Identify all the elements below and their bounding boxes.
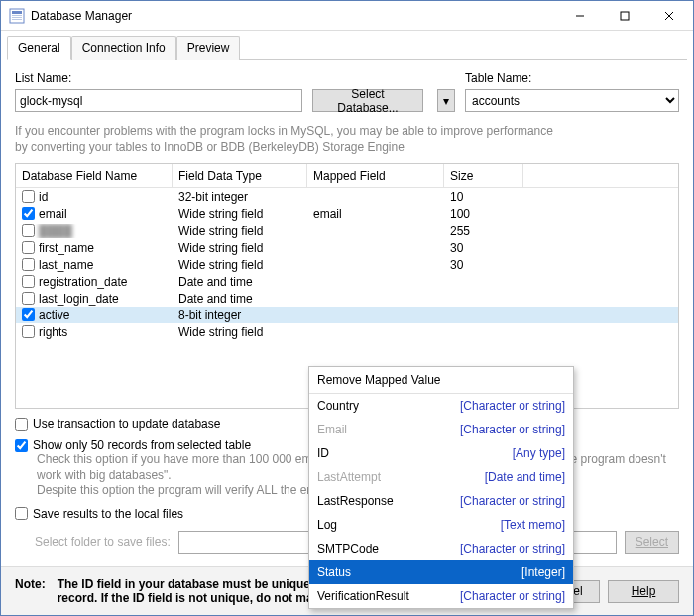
svg-rect-3 bbox=[12, 17, 22, 18]
field-size: 30 bbox=[444, 258, 523, 272]
menu-item-name: ID bbox=[317, 446, 513, 460]
field-name: last_name bbox=[39, 258, 93, 272]
table-name-select[interactable]: accounts bbox=[465, 89, 679, 112]
field-type: Wide string field bbox=[173, 207, 307, 221]
field-name: first_name bbox=[39, 241, 94, 255]
menu-item-type: [Character or string] bbox=[460, 399, 565, 413]
app-icon bbox=[9, 8, 25, 24]
table-row[interactable]: id32-bit integer10 bbox=[16, 188, 678, 205]
svg-rect-1 bbox=[12, 11, 22, 14]
svg-rect-6 bbox=[621, 12, 629, 20]
titlebar[interactable]: Database Manager bbox=[1, 1, 693, 31]
field-type: Wide string field bbox=[173, 325, 307, 339]
mapped-value-menu[interactable]: Remove Mapped Value Country[Character or… bbox=[308, 366, 574, 609]
minimize-button[interactable] bbox=[557, 1, 602, 30]
field-name: registration_date bbox=[39, 275, 127, 289]
menu-item-type: [Character or string] bbox=[460, 589, 565, 603]
save-results-checkbox[interactable] bbox=[15, 507, 28, 520]
chevron-down-icon: ▾ bbox=[443, 94, 449, 108]
maximize-button[interactable] bbox=[602, 1, 646, 30]
menu-item[interactable]: SMTPCode[Character or string] bbox=[309, 537, 573, 560]
field-name: active bbox=[39, 308, 69, 322]
table-row[interactable]: active8-bit integer bbox=[16, 307, 678, 323]
row-checkbox[interactable] bbox=[22, 207, 35, 220]
table-row[interactable]: rightsWide string field bbox=[16, 323, 678, 340]
tab-preview[interactable]: Preview bbox=[176, 36, 241, 60]
table-header: Database Field Name Field Data Type Mapp… bbox=[16, 164, 678, 188]
app-window: Database Manager General Connection Info… bbox=[0, 0, 694, 616]
row-checkbox[interactable] bbox=[22, 325, 35, 338]
field-size: 30 bbox=[444, 241, 523, 255]
table-row[interactable]: emailWide string fieldemail100 bbox=[16, 205, 678, 222]
show-only-50-label: Show only 50 records from selected table bbox=[33, 438, 251, 452]
row-checkbox[interactable] bbox=[22, 308, 35, 321]
window-title: Database Manager bbox=[31, 9, 557, 23]
show-only-50-checkbox[interactable] bbox=[15, 439, 28, 452]
menu-item-type: [Character or string] bbox=[460, 494, 565, 508]
tab-general[interactable]: General bbox=[7, 36, 71, 60]
menu-item[interactable]: Country[Character or string] bbox=[309, 394, 573, 418]
field-size: 100 bbox=[444, 207, 523, 221]
menu-item-name: Log bbox=[317, 518, 501, 532]
table-row[interactable]: last_nameWide string field30 bbox=[16, 256, 678, 273]
menu-item-type: [Character or string] bbox=[460, 542, 565, 555]
menu-item[interactable]: LastResponse[Character or string] bbox=[309, 489, 573, 513]
row-checkbox[interactable] bbox=[22, 258, 35, 271]
folder-label: Select folder to save files: bbox=[35, 535, 171, 549]
menu-item-type: [Text memo] bbox=[501, 518, 565, 532]
field-type: Wide string field bbox=[173, 241, 307, 255]
svg-rect-4 bbox=[12, 19, 22, 20]
select-database-button[interactable]: Select Database... bbox=[312, 89, 423, 112]
list-name-input[interactable] bbox=[15, 89, 302, 112]
top-form-row: List Name: Select Database... ▾ Table Na… bbox=[15, 71, 679, 112]
save-results-label: Save results to the local files bbox=[33, 507, 183, 521]
col-header-mapped[interactable]: Mapped Field bbox=[307, 164, 444, 187]
row-checkbox[interactable] bbox=[22, 224, 35, 237]
table-name-label: Table Name: bbox=[465, 71, 679, 85]
col-header-name[interactable]: Database Field Name bbox=[16, 164, 173, 187]
use-transaction-label: Use transaction to update database bbox=[33, 417, 220, 431]
row-checkbox[interactable] bbox=[22, 275, 35, 288]
menu-item-type: [Integer] bbox=[521, 565, 565, 579]
table-row[interactable]: registration_dateDate and time bbox=[16, 273, 678, 290]
close-button[interactable] bbox=[646, 1, 691, 30]
col-header-size[interactable]: Size bbox=[444, 164, 523, 187]
menu-item-name: Country bbox=[317, 399, 460, 413]
menu-item-name: VerificationResult bbox=[317, 589, 460, 603]
note-label: Note: bbox=[15, 577, 46, 605]
row-checkbox[interactable] bbox=[22, 292, 35, 305]
list-name-label: List Name: bbox=[15, 71, 304, 85]
field-type: 8-bit integer bbox=[173, 308, 307, 322]
table-row[interactable]: ████Wide string field255 bbox=[16, 222, 678, 239]
menu-item-type: [Date and time] bbox=[485, 470, 565, 484]
field-name: email bbox=[39, 207, 67, 221]
menu-item-name: LastAttempt bbox=[317, 470, 485, 484]
field-name: last_login_date bbox=[39, 292, 119, 306]
table-row[interactable]: first_nameWide string field30 bbox=[16, 239, 678, 256]
col-header-type[interactable]: Field Data Type bbox=[173, 164, 307, 187]
menu-item[interactable]: Log[Text memo] bbox=[309, 513, 573, 537]
menu-item[interactable]: VerificationResult[Character or string] bbox=[309, 584, 573, 608]
field-size: 10 bbox=[444, 190, 523, 204]
menu-item[interactable]: Status[Integer] bbox=[309, 560, 573, 584]
tab-strip: General Connection Info Preview bbox=[7, 35, 687, 60]
row-checkbox[interactable] bbox=[22, 241, 35, 254]
field-name: rights bbox=[39, 325, 67, 339]
menu-item[interactable]: ID[Any type] bbox=[309, 441, 573, 465]
tab-connection-info[interactable]: Connection Info bbox=[71, 36, 176, 60]
folder-select-button: Select bbox=[625, 531, 679, 554]
use-transaction-checkbox[interactable] bbox=[15, 418, 28, 431]
menu-item-name: LastResponse bbox=[317, 494, 460, 508]
engine-hint: If you encounter problems with the progr… bbox=[15, 124, 679, 155]
field-type: Wide string field bbox=[173, 258, 307, 272]
menu-header[interactable]: Remove Mapped Value bbox=[309, 367, 573, 394]
field-type: Wide string field bbox=[173, 224, 307, 238]
field-name: ████ bbox=[39, 224, 72, 238]
field-mapped: email bbox=[307, 207, 444, 221]
help-button[interactable]: Help bbox=[608, 580, 679, 603]
menu-item-name: Email bbox=[317, 423, 460, 436]
select-database-dropdown[interactable]: ▾ bbox=[437, 89, 455, 112]
table-row[interactable]: last_login_dateDate and time bbox=[16, 290, 678, 307]
field-type: Date and time bbox=[173, 275, 307, 289]
row-checkbox[interactable] bbox=[22, 190, 35, 203]
